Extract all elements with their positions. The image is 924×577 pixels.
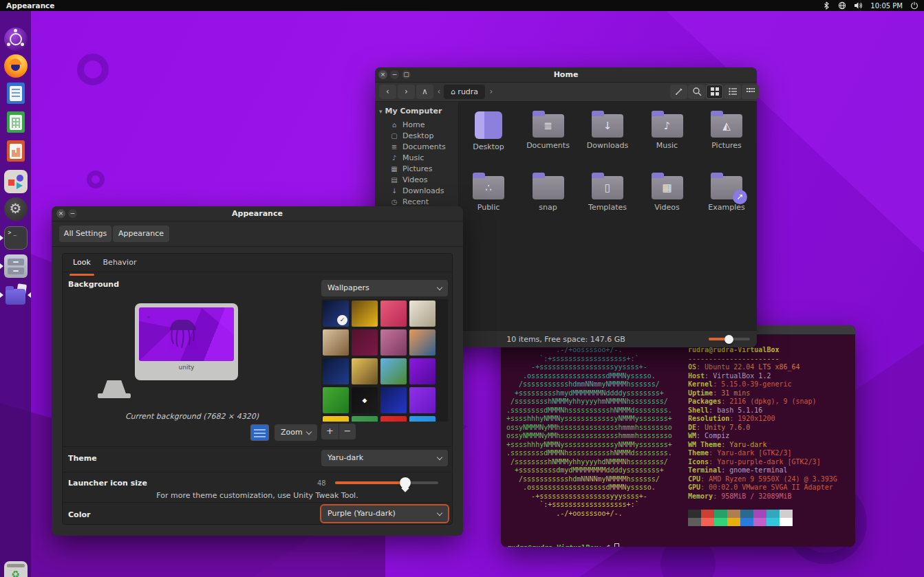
wallpaper-thumbnail[interactable] — [380, 358, 407, 384]
folder-icon — [533, 176, 564, 199]
wallpaper-thumbnail[interactable] — [352, 301, 378, 327]
trash-icon: ♻ — [4, 561, 28, 577]
folder-templates[interactable]: ▯Templates — [578, 172, 637, 212]
forward-icon[interactable]: › — [398, 85, 415, 99]
tab-behavior[interactable]: Behavior — [103, 258, 137, 272]
launcher-item-terminal[interactable] — [3, 225, 28, 251]
launcher-item-impress[interactable] — [3, 139, 28, 165]
folder-desktop[interactable]: Desktop — [459, 110, 518, 151]
wallpaper-thumbnail[interactable] — [352, 329, 378, 356]
wallpaper-thumbnail[interactable]: ✓ — [323, 301, 349, 327]
separator — [63, 272, 452, 272]
power-icon[interactable] — [910, 1, 918, 10]
wallpaper-thumbnail[interactable] — [409, 358, 436, 384]
sidebar-item-home[interactable]: ⌂Home — [390, 120, 425, 130]
launcher-size-slider-knob[interactable] — [400, 477, 411, 488]
color-dropdown[interactable]: Purple (Yaru-dark) — [321, 505, 448, 522]
breadcrumb-left-icon[interactable]: ‹ — [434, 85, 444, 99]
folder-public[interactable]: ∴Public — [459, 172, 518, 212]
network-globe-icon[interactable] — [838, 1, 846, 10]
tab-look[interactable]: Look — [69, 258, 94, 272]
launcher-item-file-manager[interactable] — [3, 282, 28, 308]
wallpaper-thumbnail[interactable] — [352, 358, 378, 384]
terminal-window[interactable]: .-/+oossssoo+/-. `:+ssssssssssssssssss+:… — [501, 325, 855, 547]
palette-swatch — [714, 510, 727, 518]
wallpapers-grid[interactable]: ✓◆ — [321, 299, 448, 422]
wallpaper-thumbnail[interactable]: ◆ — [352, 387, 378, 413]
running-indicator — [0, 263, 3, 269]
wallpaper-thumbnail[interactable] — [323, 387, 349, 413]
wallpaper-thumbnail[interactable] — [380, 416, 407, 422]
launcher-item-settings[interactable]: ⚙ — [3, 196, 28, 222]
folder-downloads[interactable]: ↓Downloads — [578, 110, 637, 150]
background-color-swatch-button[interactable] — [250, 424, 269, 441]
theme-dropdown[interactable]: Yaru-dark — [321, 450, 448, 466]
wallpapers-dropdown[interactable]: Wallpapers — [321, 280, 448, 296]
wallpaper-thumbnail[interactable] — [409, 329, 436, 356]
sidebar-item-downloads[interactable]: ↓Downloads — [390, 186, 444, 196]
wallpaper-thumbnail[interactable] — [323, 329, 349, 356]
wallpaper-thumbnail[interactable] — [409, 387, 436, 413]
wallpaper-thumbnail[interactable] — [352, 416, 378, 422]
grid-view-icon[interactable] — [706, 85, 723, 99]
appearance-titlebar[interactable]: × − Appearance — [52, 206, 463, 221]
fm-titlebar[interactable]: × − ▢ Home — [375, 67, 757, 83]
folder-snap[interactable]: snap — [519, 172, 578, 212]
launcher-item-writer[interactable] — [3, 81, 28, 107]
back-icon[interactable]: ‹ — [379, 85, 396, 99]
up-icon[interactable]: ∧ — [416, 85, 433, 99]
separator — [63, 502, 452, 503]
palette-swatch — [688, 518, 701, 526]
launcher-item-ubuntu[interactable] — [3, 26, 28, 52]
folder-videos[interactable]: ▦Videos — [638, 172, 697, 212]
chevron-down-icon — [306, 429, 312, 435]
launcher-item-software[interactable] — [3, 168, 28, 195]
wallpaper-thumbnail[interactable] — [323, 358, 349, 384]
toggle-location-entry-icon[interactable] — [670, 85, 687, 99]
add-wallpaper-button[interactable]: + — [321, 424, 339, 439]
sidebar-item-pictures[interactable]: ▦Pictures — [390, 164, 433, 174]
appearance-window[interactable]: × − Appearance All Settings Appearance L… — [52, 206, 463, 536]
remove-wallpaper-button[interactable]: − — [339, 424, 356, 439]
sidebar-root[interactable]: ▾My Computer — [379, 107, 442, 116]
sidebar-item-desktop[interactable]: ▢Desktop — [390, 131, 433, 141]
compact-view-icon[interactable] — [742, 85, 759, 99]
folder-pictures[interactable]: ◭Pictures — [697, 110, 756, 150]
nav-all-settings-button[interactable]: All Settings — [59, 226, 111, 242]
sidebar-item-videos[interactable]: ▤Videos — [390, 175, 428, 185]
launcher-item-calc[interactable] — [3, 110, 28, 136]
launcher-item-trash[interactable]: ♻ — [3, 560, 28, 577]
bluetooth-icon[interactable] — [823, 1, 830, 10]
zoom-dropdown[interactable]: Zoom — [275, 424, 317, 441]
folder-music[interactable]: ♪Music — [638, 110, 697, 150]
monitor-stand — [103, 380, 126, 393]
wallpaper-thumbnail[interactable] — [380, 301, 407, 327]
breadcrumb-right-icon[interactable]: › — [486, 85, 496, 99]
shell-prompt: rudra@rudra-VirtualBox:~$ — [507, 543, 619, 547]
launcher-size-slider-fill — [335, 481, 405, 484]
wallpaper-thumbnail[interactable] — [409, 301, 436, 327]
focused-app-name[interactable]: Appearance — [6, 1, 54, 10]
neofetch-info-row: Memory: 958MiB / 32089MiB — [688, 492, 837, 501]
wallpaper-thumbnail[interactable] — [380, 387, 407, 413]
sidebar-item-documents[interactable]: ≣Documents — [390, 142, 446, 152]
sidebar-item-music[interactable]: ♪Music — [390, 153, 424, 163]
breadcrumb[interactable]: ⌂ rudra — [444, 85, 485, 99]
clock[interactable]: 10:05 PM — [870, 2, 903, 10]
icon-size-slider-knob[interactable] — [724, 335, 733, 344]
palette-swatch — [727, 510, 740, 518]
search-icon[interactable] — [688, 85, 705, 99]
sidebar-item-recent[interactable]: ◷Recent — [390, 197, 429, 207]
wallpaper-thumbnail[interactable] — [380, 329, 407, 356]
nav-appearance-button[interactable]: Appearance — [113, 226, 169, 242]
list-view-icon[interactable] — [724, 85, 741, 99]
launcher-item-files[interactable] — [3, 253, 28, 279]
wallpaper-thumbnail[interactable] — [409, 416, 436, 422]
volume-icon[interactable] — [854, 1, 863, 10]
separator — [63, 472, 452, 472]
folder-examples[interactable]: ↗Examples — [697, 172, 756, 212]
fm-icon-view[interactable]: Desktop≣Documents↓Downloads♪Music◭Pictur… — [459, 102, 757, 330]
launcher-item-firefox[interactable] — [3, 53, 28, 79]
wallpaper-thumbnail[interactable] — [323, 416, 349, 422]
folder-documents[interactable]: ≣Documents — [519, 110, 578, 150]
